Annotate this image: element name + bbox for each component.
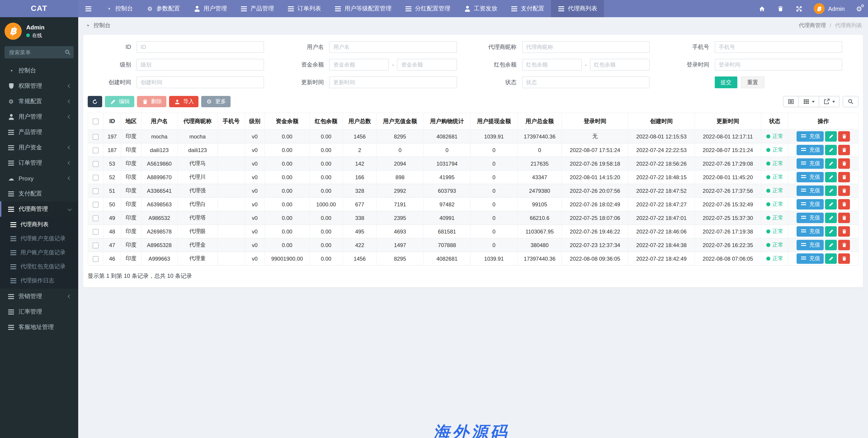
filter-input[interactable] bbox=[136, 41, 264, 53]
filter-range-max-input[interactable] bbox=[397, 59, 457, 70]
sidebar-item[interactable]: 用户资金 bbox=[0, 140, 78, 155]
row-edit-button[interactable] bbox=[825, 199, 837, 209]
row-checkbox[interactable] bbox=[93, 147, 98, 153]
row-checkbox[interactable] bbox=[93, 202, 98, 207]
filter-input[interactable] bbox=[715, 59, 842, 70]
recharge-button[interactable]: 充值 bbox=[797, 172, 824, 182]
row-edit-button[interactable] bbox=[825, 240, 837, 250]
sidebar-subitem[interactable]: 代理操作日志 bbox=[0, 274, 78, 288]
row-edit-button[interactable] bbox=[825, 145, 837, 155]
sidebar-item[interactable]: 客服地址管理 bbox=[0, 319, 78, 335]
row-edit-button[interactable] bbox=[825, 226, 837, 237]
sidebar-subitem[interactable]: 代理商列表 bbox=[0, 217, 78, 232]
row-edit-button[interactable] bbox=[825, 158, 837, 169]
row-delete-button[interactable] bbox=[838, 240, 850, 250]
filter-input[interactable] bbox=[136, 59, 264, 70]
recharge-button[interactable]: 充值 bbox=[797, 145, 824, 155]
detail-view-button[interactable] bbox=[783, 96, 799, 107]
sidebar-subitem[interactable]: 用户账户充值记录 bbox=[0, 246, 78, 260]
recharge-button[interactable]: 充值 bbox=[797, 131, 824, 142]
recharge-button[interactable]: 充值 bbox=[797, 240, 824, 250]
reset-button[interactable]: 重置 bbox=[741, 77, 765, 88]
row-delete-button[interactable] bbox=[838, 199, 850, 209]
row-checkbox[interactable] bbox=[93, 215, 98, 221]
sidebar-item[interactable]: 权限管理 bbox=[0, 78, 78, 94]
columns-dropdown-button[interactable] bbox=[798, 96, 819, 107]
sidebar-toggle-button[interactable] bbox=[78, 0, 98, 17]
filter-range-min-input[interactable] bbox=[522, 59, 582, 70]
filter-range-min-input[interactable] bbox=[329, 59, 389, 70]
filter-input[interactable] bbox=[329, 77, 457, 88]
sidebar-item[interactable]: 产品管理 bbox=[0, 124, 78, 140]
top-nav-item[interactable]: 代理商列表 bbox=[551, 0, 604, 17]
home-button[interactable] bbox=[752, 0, 771, 17]
row-edit-button[interactable] bbox=[825, 185, 837, 196]
recharge-button[interactable]: 充值 bbox=[797, 213, 824, 223]
top-nav-item[interactable]: 支付配置 bbox=[504, 0, 551, 17]
row-checkbox[interactable] bbox=[93, 242, 98, 248]
row-delete-button[interactable] bbox=[838, 253, 850, 264]
recharge-button[interactable]: 充值 bbox=[797, 185, 824, 196]
user-menu[interactable]: ฿ Admin bbox=[808, 0, 850, 17]
more-button[interactable]: ⚙更多 bbox=[201, 96, 230, 107]
row-checkbox[interactable] bbox=[93, 256, 98, 262]
refresh-button[interactable] bbox=[88, 96, 102, 107]
top-nav-item[interactable]: 用户管理 bbox=[187, 0, 234, 17]
row-edit-button[interactable] bbox=[825, 253, 837, 264]
top-nav-item[interactable]: 订单列表 bbox=[281, 0, 328, 17]
sidebar-subitem[interactable]: 代理账户充值记录 bbox=[0, 232, 78, 246]
recharge-button[interactable]: 充值 bbox=[797, 158, 824, 169]
recharge-button[interactable]: 充值 bbox=[797, 253, 824, 264]
breadcrumb-left[interactable]: 控制台 bbox=[94, 22, 111, 29]
sidebar-search-input[interactable] bbox=[4, 46, 74, 58]
app-logo[interactable]: CAT bbox=[0, 0, 78, 17]
fullscreen-button[interactable] bbox=[789, 0, 808, 17]
settings-button[interactable]: ⚙⚙ bbox=[850, 0, 868, 17]
sidebar-item[interactable]: 营销管理 bbox=[0, 289, 78, 304]
row-delete-button[interactable] bbox=[838, 213, 850, 223]
filter-input[interactable] bbox=[522, 77, 650, 88]
export-dropdown-button[interactable] bbox=[819, 96, 839, 107]
sidebar-item[interactable]: 用户管理 bbox=[0, 109, 78, 124]
row-edit-button[interactable] bbox=[825, 213, 837, 223]
row-checkbox[interactable] bbox=[93, 134, 98, 140]
top-nav-item[interactable]: 工资发放 bbox=[457, 0, 504, 17]
sidebar-item[interactable]: ◔控制台 bbox=[0, 63, 78, 78]
row-delete-button[interactable] bbox=[838, 145, 850, 155]
row-delete-button[interactable] bbox=[838, 158, 850, 169]
row-delete-button[interactable] bbox=[838, 131, 850, 142]
top-nav-item[interactable]: 分红配置管理 bbox=[398, 0, 457, 17]
row-edit-button[interactable] bbox=[825, 131, 837, 142]
row-checkbox[interactable] bbox=[93, 229, 98, 235]
sidebar-item[interactable]: 订单管理 bbox=[0, 155, 78, 171]
breadcrumb-parent[interactable]: 代理商管理 bbox=[799, 22, 826, 29]
top-nav-item[interactable]: 用户等级配置管理 bbox=[328, 0, 398, 17]
search-toggle-button[interactable] bbox=[843, 96, 859, 107]
import-button[interactable]: 导入 bbox=[169, 96, 198, 107]
sidebar-item[interactable]: ☁Proxy bbox=[0, 171, 78, 186]
row-delete-button[interactable] bbox=[838, 172, 850, 182]
edit-button[interactable]: 编辑 bbox=[105, 96, 134, 107]
filter-input[interactable] bbox=[136, 77, 264, 88]
filter-range-max-input[interactable] bbox=[590, 59, 649, 70]
submit-button[interactable]: 提交 bbox=[715, 77, 737, 88]
delete-button[interactable]: 删除 bbox=[137, 96, 166, 107]
top-nav-item[interactable]: ◔控制台 bbox=[98, 0, 140, 17]
clear-cache-button[interactable] bbox=[771, 0, 789, 17]
sidebar-subitem[interactable]: 代理红包充值记录 bbox=[0, 260, 78, 274]
row-checkbox[interactable] bbox=[93, 174, 98, 180]
filter-input[interactable] bbox=[522, 41, 650, 53]
row-delete-button[interactable] bbox=[838, 185, 850, 196]
recharge-button[interactable]: 充值 bbox=[797, 199, 824, 209]
row-checkbox[interactable] bbox=[93, 161, 98, 167]
sidebar-item[interactable]: 支付配置 bbox=[0, 186, 78, 201]
sidebar-item[interactable]: 汇率管理 bbox=[0, 304, 78, 319]
select-all-checkbox[interactable] bbox=[93, 119, 98, 124]
row-edit-button[interactable] bbox=[825, 172, 837, 182]
row-checkbox[interactable] bbox=[93, 188, 98, 194]
top-nav-item[interactable]: ⚙参数配置 bbox=[140, 0, 187, 17]
filter-input[interactable] bbox=[329, 41, 457, 53]
sidebar-item[interactable]: ⚙常规配置 bbox=[0, 94, 78, 109]
row-delete-button[interactable] bbox=[838, 226, 850, 237]
filter-input[interactable] bbox=[715, 41, 842, 53]
